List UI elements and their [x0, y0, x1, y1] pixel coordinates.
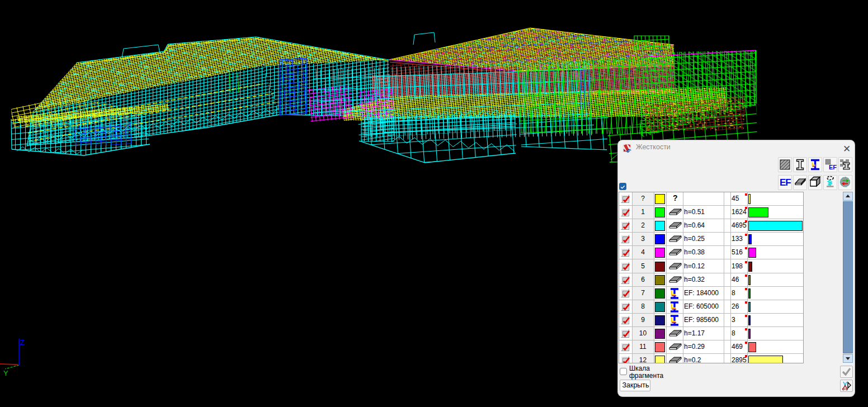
- svg-text:EF: EF: [780, 177, 791, 188]
- svg-text:Z: Z: [20, 338, 25, 347]
- svg-text:Y: Y: [3, 369, 8, 377]
- svg-text:EF: EF: [829, 164, 837, 171]
